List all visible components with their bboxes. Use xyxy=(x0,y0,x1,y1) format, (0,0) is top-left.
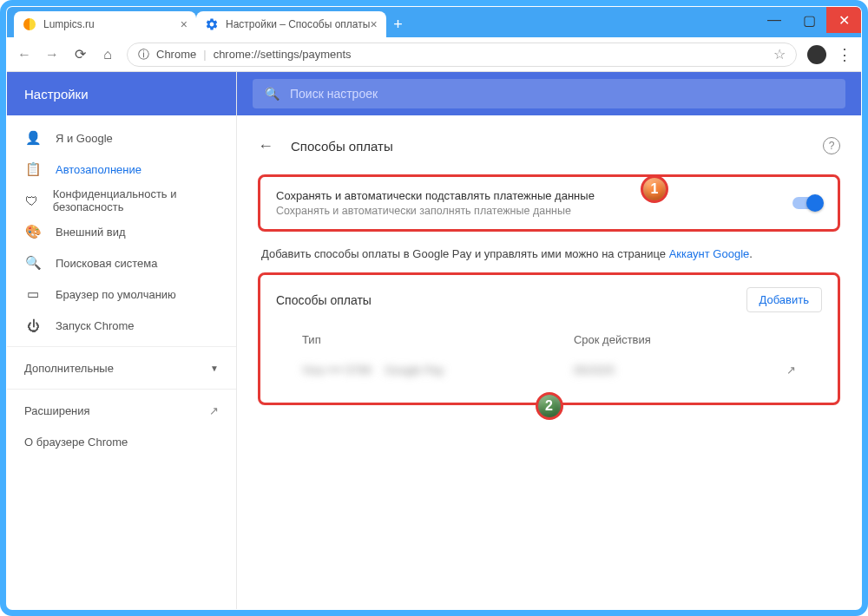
google-pay-text: Добавить способы оплаты в Google Pay и у… xyxy=(258,247,840,260)
sidebar-item-label: Запуск Chrome xyxy=(56,319,135,332)
google-account-link[interactable]: Аккаунт Google xyxy=(669,247,750,260)
divider xyxy=(7,389,236,390)
bookmark-icon[interactable]: ☆ xyxy=(773,46,786,62)
setting-row-save-payment: Сохранять и автоматически подставлять пл… xyxy=(260,177,838,229)
settings-sidebar: Настройки 👤 Я и Google 📋 Автозаполнение … xyxy=(7,72,237,609)
tab-title: Lumpics.ru xyxy=(43,18,95,30)
palette-icon: 🎨 xyxy=(24,224,42,239)
setting-description: Сохранять и автоматически заполнять плат… xyxy=(276,205,792,217)
close-tab-icon[interactable]: × xyxy=(370,17,377,31)
window-controls: — ▢ ✕ xyxy=(757,7,861,37)
new-tab-button[interactable]: + xyxy=(386,11,411,37)
sidebar-item-profile[interactable]: 👤 Я и Google xyxy=(7,122,236,154)
col-expiry: Срок действия xyxy=(574,333,796,346)
sidebar-header: Настройки xyxy=(7,72,236,115)
lumpics-icon xyxy=(23,17,36,31)
toggle-save-payment[interactable] xyxy=(792,197,822,209)
external-link-icon: ↗ xyxy=(209,404,219,417)
browser-tab-2[interactable]: Настройки – Способы оплаты × xyxy=(196,11,386,37)
forward-icon[interactable]: → xyxy=(43,46,61,63)
setting-title: Сохранять и автоматически подставлять пл… xyxy=(276,189,792,202)
menu-icon[interactable]: ⋮ xyxy=(837,45,852,64)
back-icon[interactable]: ← xyxy=(16,46,33,63)
sidebar-item-privacy[interactable]: 🛡 Конфиденциальность и безопасность xyxy=(7,185,236,216)
window-close-button[interactable]: ✕ xyxy=(826,7,861,33)
settings-search-input[interactable]: 🔍 Поиск настроек xyxy=(253,79,845,108)
col-type: Тип xyxy=(302,333,574,346)
help-icon[interactable]: ? xyxy=(823,137,840,154)
maximize-button[interactable]: ▢ xyxy=(792,7,826,33)
address-bar[interactable]: ⓘ Chrome | chrome://settings/payments ☆ xyxy=(127,43,797,67)
card-type-value: Visa •••• 5799 xyxy=(302,364,371,377)
page-title: Способы оплаты xyxy=(291,139,393,154)
sidebar-item-label: Конфиденциальность и безопасность xyxy=(53,187,219,213)
page-header: ← Способы оплаты ? xyxy=(258,131,840,161)
sidebar-item-label: Я и Google xyxy=(56,132,113,145)
sidebar-item-default-browser[interactable]: ▭ Браузер по умолчанию xyxy=(7,279,236,310)
sidebar-item-startup[interactable]: ⏻ Запуск Chrome xyxy=(7,310,236,341)
settings-main: 🔍 Поиск настроек ← Способы оплаты ? 1 Со… xyxy=(237,72,861,609)
power-icon: ⏻ xyxy=(24,318,42,333)
settings-search-bar: 🔍 Поиск настроек xyxy=(237,72,861,115)
divider xyxy=(7,346,236,347)
sidebar-item-label: Поисковая система xyxy=(56,257,158,270)
close-tab-icon[interactable]: × xyxy=(181,17,187,31)
profile-avatar[interactable] xyxy=(807,45,826,64)
sidebar-item-label: Дополнительные xyxy=(24,362,114,375)
sidebar-item-label: Расширения xyxy=(24,404,90,417)
sidebar-item-extensions[interactable]: Расширения ↗ xyxy=(7,395,236,426)
url-text: chrome://settings/payments xyxy=(214,48,352,61)
external-link-icon[interactable]: ↗ xyxy=(786,364,796,377)
person-icon: 👤 xyxy=(24,130,42,146)
card-provider-value: Google Pay xyxy=(385,364,444,377)
sidebar-item-autofill[interactable]: 📋 Автозаполнение xyxy=(7,154,236,185)
sidebar-item-label: Браузер по умолчанию xyxy=(56,288,176,301)
minimize-button[interactable]: — xyxy=(757,7,792,33)
reload-icon[interactable]: ⟳ xyxy=(71,46,89,63)
sidebar-item-about[interactable]: О браузере Chrome xyxy=(7,426,236,457)
payment-methods-header: Способы оплаты Добавить xyxy=(260,275,838,324)
search-icon: 🔍 xyxy=(24,255,42,271)
browser-icon: ▭ xyxy=(24,286,42,302)
annotation-box-1: 1 Сохранять и автоматически подставлять … xyxy=(258,174,840,232)
sidebar-item-label: О браузере Chrome xyxy=(24,436,128,449)
clipboard-icon: 📋 xyxy=(24,161,42,177)
gear-icon xyxy=(205,17,219,31)
sidebar-item-advanced[interactable]: Дополнительные ▼ xyxy=(7,352,236,383)
table-row[interactable]: Visa •••• 5799 Google Pay 05/2025 ↗ xyxy=(276,355,822,385)
tab-title: Настройки – Способы оплаты xyxy=(226,18,370,30)
search-placeholder: Поиск настроек xyxy=(290,87,378,101)
annotation-badge-2: 2 xyxy=(536,392,563,420)
secure-label: Chrome xyxy=(156,48,196,61)
add-payment-button[interactable]: Добавить xyxy=(746,287,822,312)
sidebar-item-appearance[interactable]: 🎨 Внешний вид xyxy=(7,216,236,247)
card-title: Способы оплаты xyxy=(276,293,372,307)
back-arrow-icon[interactable]: ← xyxy=(258,137,273,155)
shield-icon: 🛡 xyxy=(24,193,39,208)
card-expiry-value: 05/2025 xyxy=(574,364,786,377)
annotation-badge-1: 1 xyxy=(641,175,668,203)
chevron-down-icon: ▼ xyxy=(210,364,219,373)
site-info-icon[interactable]: ⓘ xyxy=(138,47,149,62)
sidebar-item-search[interactable]: 🔍 Поисковая система xyxy=(7,247,236,279)
sidebar-item-label: Автозаполнение xyxy=(56,163,141,176)
home-icon[interactable]: ⌂ xyxy=(99,46,116,63)
nav-toolbar: ← → ⟳ ⌂ ⓘ Chrome | chrome://settings/pay… xyxy=(7,37,861,72)
window-titlebar: Lumpics.ru × Настройки – Способы оплаты … xyxy=(7,7,861,37)
browser-tab-1[interactable]: Lumpics.ru × xyxy=(14,11,196,37)
table-header: Тип Срок действия xyxy=(276,328,822,355)
sidebar-item-label: Внешний вид xyxy=(56,226,126,239)
search-icon: 🔍 xyxy=(265,87,279,101)
annotation-box-2: 2 Способы оплаты Добавить Тип Срок дейст… xyxy=(258,272,840,405)
